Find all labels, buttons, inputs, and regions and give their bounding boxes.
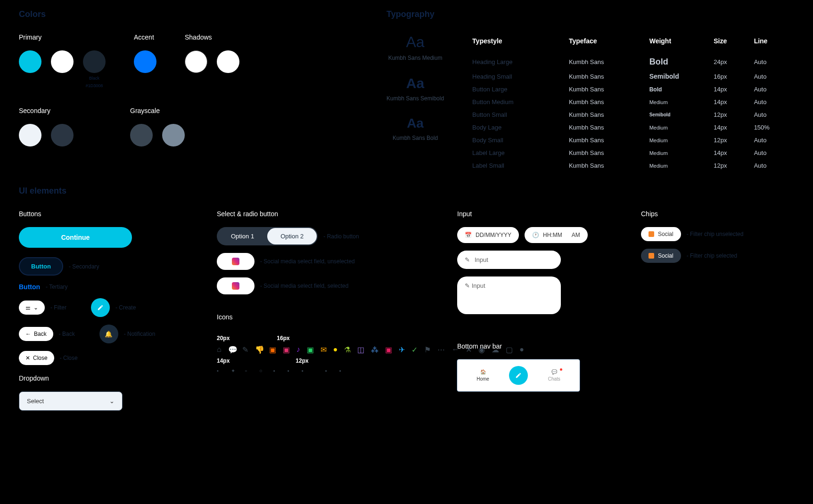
chevron-down-icon: ⌄ bbox=[109, 398, 115, 405]
notification-button[interactable]: 🔔 bbox=[99, 325, 118, 343]
radio-desc: - Radio button bbox=[323, 233, 359, 240]
bx5-icon: ▪ bbox=[339, 368, 347, 375]
social-unsel-desc: - Social media select field, unselected bbox=[260, 258, 355, 265]
tiktok-icon: ♪ bbox=[296, 345, 300, 353]
accent-label: Accent bbox=[134, 33, 156, 41]
close-button[interactable]: ✕ Close bbox=[19, 351, 54, 365]
text-input[interactable]: ✎ Input bbox=[457, 251, 561, 269]
create-button[interactable] bbox=[91, 298, 110, 317]
bx4-icon: ▪ bbox=[325, 368, 333, 375]
nav-create-fab[interactable] bbox=[509, 366, 528, 385]
secondary-button[interactable]: Button bbox=[19, 257, 63, 276]
swatch-gray-dark bbox=[130, 124, 153, 146]
nav-label: Bottom nav bar bbox=[457, 342, 622, 350]
snap-icon: ● bbox=[333, 345, 338, 353]
chat-icon: 💬 bbox=[551, 369, 557, 374]
back-desc: - Back bbox=[59, 331, 75, 337]
shadows-label: Shadows bbox=[185, 33, 239, 41]
typo-row: Label SmallKumbh SansMedium12pxAuto bbox=[472, 159, 794, 172]
typo-row: Heading SmallKumbh SansSemibold16pxAuto bbox=[472, 70, 794, 83]
dot-icon: • bbox=[217, 368, 224, 375]
bx-icon: ▪ bbox=[273, 368, 281, 375]
swatch-shadow-2 bbox=[217, 50, 239, 73]
close-icon: ✕ bbox=[25, 355, 30, 361]
social-select-unselected[interactable] bbox=[217, 253, 255, 270]
pencil-icon: ✎ bbox=[465, 282, 470, 289]
icon-row-small: • ✦ ▫ ○ ▪ ▪ ▪ ▪ ▪ bbox=[217, 368, 438, 375]
pencil-icon bbox=[97, 304, 104, 311]
swatch-accent-blue bbox=[134, 50, 156, 73]
th-size: Size bbox=[714, 37, 754, 45]
typo-row: Body LageKumbh SansMedium14px150% bbox=[472, 121, 794, 134]
swatch-sec-dark bbox=[51, 124, 74, 146]
nav-home[interactable]: 🏠 Home bbox=[476, 369, 489, 382]
ig-icon: ▣ bbox=[283, 345, 290, 353]
date-input[interactable]: 📅 DD/MM/YYYY bbox=[457, 227, 519, 243]
home-icon: 🏠 bbox=[480, 369, 486, 374]
flag-icon: ⚑ bbox=[424, 345, 431, 353]
icon-size-12: 12px bbox=[296, 358, 308, 364]
bx3-icon: ▪ bbox=[302, 368, 309, 375]
fb-icon: ▣ bbox=[269, 345, 276, 353]
chip-sel-desc: - Filter chip selected bbox=[687, 252, 737, 259]
tertiary-button[interactable]: Button bbox=[19, 283, 40, 291]
th-weight: Weight bbox=[649, 37, 714, 45]
typo-row: Body SmallKumbh SansMedium12pxAuto bbox=[472, 134, 794, 146]
primary-label: Primary bbox=[19, 33, 106, 41]
social-icon bbox=[649, 231, 654, 237]
continue-button[interactable]: Continue bbox=[19, 227, 132, 248]
chip-social-selected[interactable]: Social bbox=[641, 249, 681, 263]
bx2-icon: ▪ bbox=[287, 368, 295, 375]
typography-table: Typestyle Typeface Weight Size Line Head… bbox=[472, 33, 794, 172]
clock-icon: 🕐 bbox=[532, 232, 539, 238]
mail-icon: ✉ bbox=[320, 345, 327, 353]
swatch-shadow-1 bbox=[185, 50, 207, 73]
th-line: Line bbox=[754, 37, 794, 45]
chip-unsel-desc: - Filter chip unselected bbox=[687, 231, 744, 237]
swatch-primary-white bbox=[51, 50, 74, 73]
twitch-icon: ▣ bbox=[385, 345, 392, 353]
chip-social-unselected[interactable]: Social bbox=[641, 227, 681, 241]
secondary-desc: - Secondary bbox=[69, 263, 99, 270]
input-label: Input bbox=[457, 210, 622, 218]
chem-icon: ⚗ bbox=[344, 345, 351, 353]
swatch-sec-light bbox=[19, 124, 41, 146]
select-label: Select & radio button bbox=[217, 210, 438, 218]
chevron-down-icon: ⌄ bbox=[33, 304, 38, 311]
grayscale-label: Grayscale bbox=[130, 107, 185, 114]
calendar-icon: 📅 bbox=[465, 232, 472, 238]
nav-chats[interactable]: 💬 Chats bbox=[548, 369, 560, 382]
icon-size-14: 14px bbox=[217, 358, 230, 364]
instagram-icon bbox=[232, 282, 239, 290]
swatch-black-label: Black bbox=[83, 76, 106, 81]
plane-icon: ✈ bbox=[399, 345, 405, 353]
typo-row: Button SmallKumbh SansSemibold12pxAuto bbox=[472, 108, 794, 121]
radio-segment: Option 1 Option 2 bbox=[217, 227, 318, 245]
ui-elements-heading: UI elements bbox=[19, 186, 794, 196]
buttons-label: Buttons bbox=[19, 210, 198, 218]
create-desc: - Create bbox=[115, 304, 136, 311]
colors-heading: Colors bbox=[19, 9, 349, 19]
swatch-black-code: #1D3008 bbox=[83, 83, 106, 88]
arrow-left-icon: ← bbox=[25, 331, 31, 337]
social-select-selected[interactable] bbox=[217, 277, 255, 294]
tertiary-desc: - Tertiary bbox=[46, 284, 67, 290]
pencil-icon: ✎ bbox=[465, 256, 470, 263]
dropdown-select[interactable]: Select ⌄ bbox=[19, 391, 123, 411]
bottom-nav-bar: 🏠 Home 💬 Chats bbox=[457, 359, 580, 391]
slack-icon: ⁂ bbox=[371, 345, 378, 353]
bell-icon: 🔔 bbox=[105, 331, 113, 338]
puzzle-icon: ◫ bbox=[357, 345, 364, 353]
thumb-icon: 👎 bbox=[255, 345, 263, 353]
chips-label: Chips bbox=[641, 210, 794, 218]
back-button[interactable]: ← Back bbox=[19, 327, 53, 341]
instagram-icon bbox=[232, 258, 239, 265]
textarea-input[interactable]: ✎ Input bbox=[457, 276, 561, 314]
time-input[interactable]: 🕐 HH:MM AM bbox=[525, 227, 588, 243]
th-typeface: Typeface bbox=[569, 37, 649, 45]
radio-option-1[interactable]: Option 1 bbox=[218, 228, 267, 244]
typo-sample-medium: Aa Kumbh Sans Medium bbox=[386, 33, 444, 61]
more-icon: ⋯ bbox=[437, 345, 445, 353]
radio-option-2[interactable]: Option 2 bbox=[267, 228, 317, 244]
filter-button[interactable]: ⚌ ⌄ bbox=[19, 301, 45, 315]
